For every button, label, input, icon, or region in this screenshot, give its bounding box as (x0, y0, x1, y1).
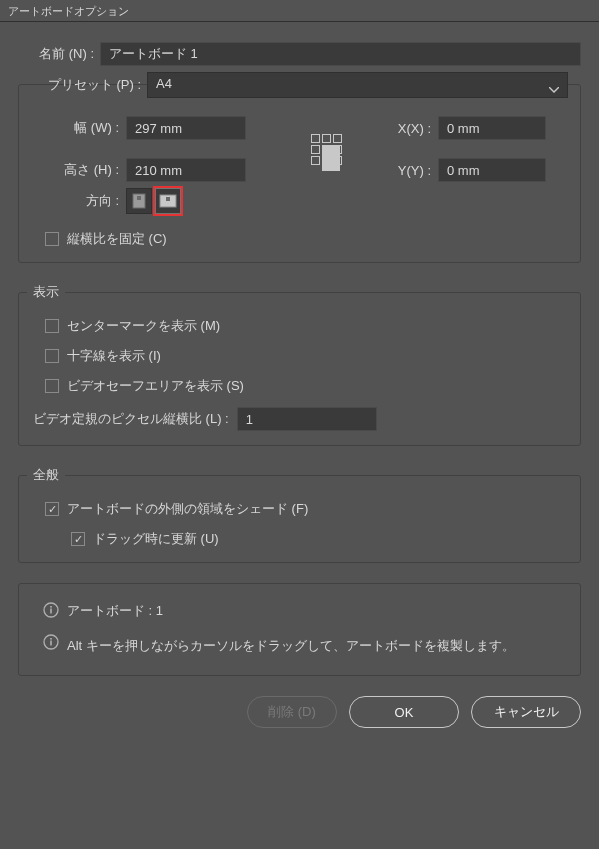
dim-right-column: X(X) : Y(Y) : (381, 116, 568, 182)
name-input[interactable] (100, 42, 581, 66)
dim-left-column: 幅 (W) : 高さ (H) : (31, 116, 271, 182)
artboard-count-row: アートボード : 1 (43, 602, 568, 620)
lock-aspect-checkbox[interactable] (45, 232, 59, 246)
y-input[interactable] (438, 158, 546, 182)
dimension-grid: 幅 (W) : 高さ (H) : X(X) : (31, 116, 568, 182)
svg-rect-8 (50, 641, 52, 646)
title-bar: アートボードオプション (0, 0, 599, 22)
landscape-icon (159, 194, 177, 208)
svg-rect-5 (50, 609, 52, 614)
y-label: Y(Y) : (381, 163, 431, 178)
preset-select[interactable]: A4 (147, 72, 568, 98)
pixel-ratio-label: ビデオ定規のピクセル縦横比 (L) : (33, 410, 229, 428)
height-label: 高さ (H) : (31, 161, 119, 179)
reference-point-selector[interactable] (271, 134, 381, 165)
width-input[interactable] (126, 116, 246, 140)
general-legend: 全般 (27, 466, 65, 484)
hint-text: Alt キーを押しながらカーソルをドラッグして、アートボードを複製します。 (67, 634, 515, 657)
svg-rect-3 (166, 197, 170, 201)
shade-outside-row[interactable]: アートボードの外側の領域をシェード (F) (45, 500, 568, 518)
cancel-button[interactable]: キャンセル (471, 696, 581, 728)
hint-row: Alt キーを押しながらカーソルをドラッグして、アートボードを複製します。 (43, 634, 568, 657)
crosshair-checkbox[interactable] (45, 349, 59, 363)
lock-aspect-row[interactable]: 縦横比を固定 (C) (45, 230, 568, 248)
lock-aspect-label: 縦横比を固定 (C) (67, 230, 167, 248)
display-fieldset: 表示 センターマークを表示 (M) 十字線を表示 (I) ビデオセーフエリアを表… (18, 283, 581, 446)
info-icon (43, 602, 59, 618)
portrait-icon (132, 193, 146, 209)
preset-fieldset: プリセット (P) : A4 幅 (W) : 高さ (H) : (18, 84, 581, 263)
height-input[interactable] (126, 158, 246, 182)
video-safe-label: ビデオセーフエリアを表示 (S) (67, 377, 244, 395)
chevron-down-icon (549, 81, 559, 96)
drag-update-row[interactable]: ドラッグ時に更新 (U) (71, 530, 568, 548)
width-label: 幅 (W) : (31, 119, 119, 137)
info-fieldset: アートボード : 1 Alt キーを押しながらカーソルをドラッグして、アートボー… (18, 583, 581, 676)
crosshair-row[interactable]: 十字線を表示 (I) (45, 347, 568, 365)
x-label: X(X) : (381, 121, 431, 136)
ok-button[interactable]: OK (349, 696, 459, 728)
name-row: 名前 (N) : (18, 42, 581, 66)
x-input[interactable] (438, 116, 546, 140)
drag-update-label: ドラッグ時に更新 (U) (93, 530, 219, 548)
landscape-button[interactable] (155, 188, 181, 214)
center-mark-checkbox[interactable] (45, 319, 59, 333)
svg-rect-9 (50, 638, 52, 640)
y-row: Y(Y) : (381, 158, 568, 182)
delete-button: 削除 (D) (247, 696, 337, 728)
width-row: 幅 (W) : (31, 116, 271, 140)
preset-label: プリセット (P) : (31, 76, 141, 94)
svg-rect-6 (50, 606, 52, 608)
center-mark-row[interactable]: センターマークを表示 (M) (45, 317, 568, 335)
general-fieldset: 全般 アートボードの外側の領域をシェード (F) ドラッグ時に更新 (U) (18, 466, 581, 563)
orientation-row: 方向 : (31, 188, 568, 214)
display-legend: 表示 (27, 283, 65, 301)
portrait-button[interactable] (126, 188, 152, 214)
preset-value: A4 (156, 76, 172, 91)
pixel-ratio-input[interactable] (237, 407, 377, 431)
artboard-count-label: アートボード : 1 (67, 602, 163, 620)
preset-row: プリセット (P) : A4 (31, 72, 568, 98)
x-row: X(X) : (381, 116, 568, 140)
crosshair-label: 十字線を表示 (I) (67, 347, 161, 365)
center-mark-label: センターマークを表示 (M) (67, 317, 220, 335)
svg-rect-1 (137, 196, 141, 200)
height-row: 高さ (H) : (31, 158, 271, 182)
info-icon (43, 634, 59, 650)
name-label: 名前 (N) : (18, 45, 94, 63)
pixel-ratio-row: ビデオ定規のピクセル縦横比 (L) : (33, 407, 568, 431)
shade-outside-label: アートボードの外側の領域をシェード (F) (67, 500, 308, 518)
video-safe-row[interactable]: ビデオセーフエリアを表示 (S) (45, 377, 568, 395)
dialog-content: 名前 (N) : プリセット (P) : A4 幅 (W) : 高さ (H) : (0, 22, 599, 676)
shade-outside-checkbox[interactable] (45, 502, 59, 516)
orientation-label: 方向 : (31, 192, 119, 210)
video-safe-checkbox[interactable] (45, 379, 59, 393)
drag-update-checkbox[interactable] (71, 532, 85, 546)
button-row: 削除 (D) OK キャンセル (0, 696, 599, 746)
